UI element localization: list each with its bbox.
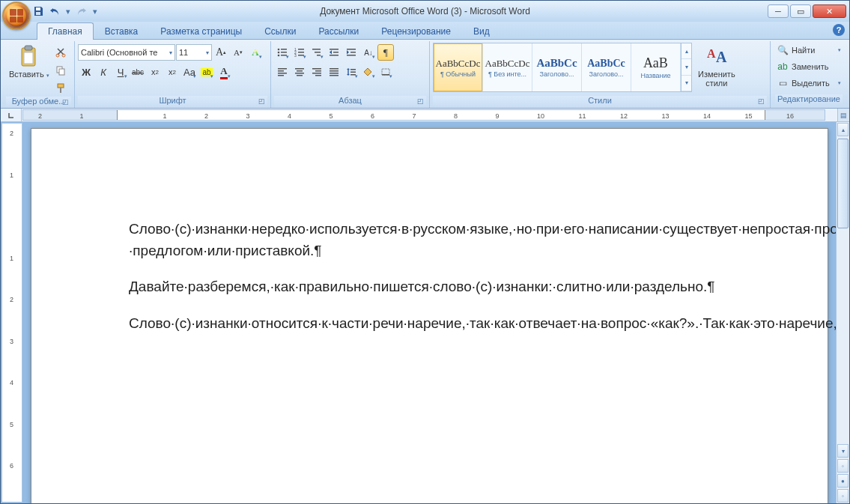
svg-rect-31	[350, 52, 356, 53]
horizontal-ruler[interactable]: 211234567891011121314151617	[22, 109, 825, 121]
gallery-up[interactable]: ▴	[681, 43, 691, 59]
svg-rect-22	[298, 55, 304, 56]
undo-button[interactable]	[47, 4, 62, 19]
numbering-button[interactable]: 123	[291, 44, 308, 61]
prev-page-button[interactable]: ◦	[837, 459, 849, 473]
align-center-button[interactable]	[291, 64, 308, 80]
scrollbar-track[interactable]	[837, 137, 849, 443]
paragraph-launcher[interactable]: ◰	[416, 97, 425, 106]
copy-button[interactable]	[54, 62, 67, 79]
shrink-font-button[interactable]: A▾	[230, 44, 246, 61]
group-paragraph-label: Абзац	[339, 96, 362, 105]
group-clipboard: Вставить ▾ Буфер обме...◰	[3, 41, 75, 108]
show-marks-button[interactable]: ¶	[377, 44, 394, 61]
svg-rect-25	[317, 55, 321, 56]
underline-button[interactable]: Ч	[112, 64, 129, 80]
italic-button[interactable]: К	[95, 64, 112, 80]
sort-button[interactable]: А↓	[360, 44, 377, 61]
strike-button[interactable]: abc	[130, 64, 146, 80]
clipboard-launcher[interactable]: ◰	[61, 98, 70, 107]
paragraph-1[interactable]: Слово·(с)·изнанки·нередко·используется·в…	[129, 219, 730, 261]
styles-launcher[interactable]: ◰	[756, 97, 765, 106]
select-button[interactable]: ▭Выделить ▾	[775, 76, 843, 91]
justify-button[interactable]	[326, 64, 342, 80]
quick-access-toolbar: ▾ ▾	[31, 4, 100, 19]
bold-button[interactable]: Ж	[78, 64, 94, 80]
gallery-down[interactable]: ▾	[681, 59, 691, 75]
tab-insert[interactable]: Вставка	[94, 22, 150, 40]
grow-font-button[interactable]: A▴	[213, 44, 229, 61]
next-page-button[interactable]: ◦	[837, 489, 849, 503]
minimize-button[interactable]: ─	[768, 4, 789, 18]
style-heading2[interactable]: AaBbCcЗаголово...	[582, 43, 631, 91]
multilevel-button[interactable]	[309, 44, 325, 61]
qat-customize[interactable]: ▾	[91, 7, 100, 16]
svg-rect-18	[298, 49, 304, 50]
document-area: 21123456789 Слово·(с)·изнанки·нередко·ис…	[1, 122, 849, 503]
svg-point-13	[278, 52, 280, 54]
close-button[interactable]: ✕	[813, 4, 846, 18]
subscript-button[interactable]: x2	[147, 64, 163, 80]
svg-rect-12	[281, 49, 287, 50]
svg-rect-38	[295, 73, 304, 74]
style-nospacing[interactable]: AaBbCcDc¶ Без инте...	[483, 43, 532, 91]
format-painter-button[interactable]	[54, 80, 67, 97]
style-title[interactable]: АаВНазвание	[631, 43, 681, 91]
tab-review[interactable]: Рецензирование	[370, 22, 462, 40]
font-color-button[interactable]: A	[216, 64, 232, 80]
change-styles-button[interactable]: AA Изменить стили	[695, 43, 738, 89]
gallery-more[interactable]: ▾	[681, 76, 691, 91]
svg-rect-51	[382, 69, 389, 75]
tab-home[interactable]: Главная	[37, 22, 94, 40]
font-size-combo[interactable]: 11▾	[176, 44, 212, 61]
scrollbar-thumb[interactable]	[837, 139, 849, 228]
find-button[interactable]: 🔍Найти ▾	[775, 43, 843, 58]
paragraph-2[interactable]: Давайте·разберемся,·как·правильно·пишетс…	[129, 276, 730, 298]
page[interactable]: Слово·(с)·изнанки·нередко·используется·в…	[31, 128, 828, 503]
tab-references[interactable]: Ссылки	[253, 22, 307, 40]
svg-rect-32	[278, 68, 287, 70]
undo-dropdown[interactable]: ▾	[64, 7, 73, 16]
help-button[interactable]: ?	[833, 24, 845, 36]
svg-rect-48	[350, 69, 356, 70]
svg-rect-36	[295, 68, 304, 70]
svg-rect-23	[312, 49, 321, 50]
clear-format-button[interactable]: A	[247, 44, 264, 61]
paste-button[interactable]: Вставить ▾	[6, 43, 52, 82]
superscript-button[interactable]: x2	[164, 64, 180, 80]
browse-object-button[interactable]: ●	[837, 474, 849, 488]
increase-indent-button[interactable]	[343, 44, 359, 61]
font-name-combo[interactable]: Calibri (Основной те▾	[78, 44, 175, 61]
align-right-button[interactable]	[309, 64, 325, 80]
svg-text:A: A	[707, 47, 716, 60]
change-case-button[interactable]: Aa	[181, 64, 198, 80]
tab-mailings[interactable]: Рассылки	[307, 22, 370, 40]
style-normal[interactable]: AaBbCcDc¶ Обычный	[434, 43, 483, 91]
font-launcher[interactable]: ◰	[257, 97, 266, 106]
style-heading1[interactable]: AaBbCсЗаголово...	[532, 43, 582, 91]
borders-button[interactable]	[377, 64, 394, 80]
decrease-indent-button[interactable]	[326, 44, 342, 61]
group-editing-label: Редактирование	[775, 94, 843, 106]
replace-button[interactable]: abЗаменить	[775, 59, 843, 74]
cut-button[interactable]	[54, 44, 67, 61]
group-styles: AaBbCcDc¶ Обычный AaBbCcDc¶ Без инте... …	[430, 41, 771, 108]
scroll-up-button[interactable]: ▴	[837, 123, 849, 136]
bullets-button[interactable]	[274, 44, 291, 61]
paragraph-3[interactable]: Слово·(с)·изнанки·относится·к·части·речи…	[129, 313, 730, 335]
scroll-down-button[interactable]: ▾	[837, 444, 849, 458]
vertical-ruler[interactable]: 21123456789	[1, 123, 22, 503]
ruler-toggle[interactable]: ▤	[837, 109, 849, 121]
redo-button[interactable]	[74, 4, 89, 19]
save-button[interactable]	[31, 4, 46, 19]
align-left-button[interactable]	[274, 64, 291, 80]
page-scroll-area[interactable]: Слово·(с)·изнанки·нередко·используется·в…	[23, 122, 836, 503]
office-button[interactable]	[2, 1, 31, 30]
tab-layout[interactable]: Разметка страницы	[149, 22, 253, 40]
tab-view[interactable]: Вид	[462, 22, 501, 40]
shading-button[interactable]	[360, 64, 377, 80]
maximize-button[interactable]: ▭	[790, 4, 811, 18]
tab-selector[interactable]	[1, 109, 22, 121]
highlight-button[interactable]: ab	[198, 64, 215, 80]
line-spacing-button[interactable]	[343, 64, 359, 80]
